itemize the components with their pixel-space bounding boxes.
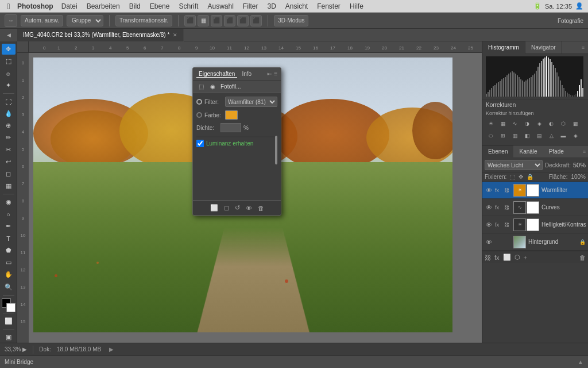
layer-warmfilter[interactable]: 👁 fx ⛓ ☀ Warmfilter [482, 182, 588, 199]
footer-layer-icon[interactable]: ◻ [224, 204, 229, 212]
magic-wand-tool[interactable]: ✦ [2, 80, 16, 91]
align-btn2[interactable]: ▦ [198, 15, 209, 26]
panel-resize-handle[interactable] [276, 68, 281, 72]
luminance-label[interactable]: Luminanz erhalten [206, 140, 253, 147]
layer-fx-btn[interactable]: fx [494, 254, 500, 261]
align-btn1[interactable]: ⬛ [184, 15, 196, 26]
mini-bridge[interactable]: Mini Bridge ▲ [0, 355, 588, 368]
tab-scroll-left[interactable]: ◀ [0, 29, 17, 41]
navigator-tab[interactable]: Navigator [525, 41, 562, 54]
layer-delete-btn[interactable]: 🗑 [579, 254, 586, 261]
corr-selective-color[interactable]: ◈ [570, 131, 581, 141]
lasso-tool[interactable]: ⌾ [2, 68, 16, 79]
corr-color-lookup[interactable]: ▥ [510, 131, 520, 141]
transform-button[interactable]: Transformationsstr. [115, 15, 172, 26]
layers-tab-ebenen[interactable]: Ebenen [482, 145, 513, 158]
corr-brightness[interactable]: ☀ [486, 118, 496, 129]
background-color[interactable] [6, 303, 16, 312]
menu-ebene[interactable]: Ebene [145, 0, 175, 13]
layer2-link-icon[interactable]: ⛓ [504, 205, 511, 210]
layer-brightness[interactable]: 👁 fx ⛓ ☀ Helligkeit/Kontrast 1 [482, 216, 588, 233]
brush-tool[interactable]: ✏ [2, 132, 16, 143]
crop-tool[interactable]: ⛶ [2, 96, 16, 107]
history-brush[interactable]: ↩ [2, 156, 16, 167]
layer-link-btn[interactable]: ⛓ [485, 254, 491, 261]
footer-reset-icon[interactable]: ↺ [235, 204, 240, 212]
pen-tool[interactable]: ✒ [2, 221, 16, 232]
lock-move-icon[interactable]: ✥ [519, 174, 523, 180]
layer2-fx-icon[interactable]: fx [495, 205, 502, 210]
menu-ansicht[interactable]: Ansicht [281, 0, 312, 13]
3d-button[interactable]: 3D-Modus [274, 15, 308, 26]
corr-bw[interactable]: ▩ [570, 118, 581, 129]
layer3-fx-icon[interactable]: fx [495, 222, 502, 228]
tab-close-btn[interactable]: ✕ [173, 32, 177, 38]
shape-tool[interactable]: ▭ [2, 257, 16, 268]
quick-mask-tool[interactable]: ⬜ [2, 316, 16, 327]
filter-select[interactable]: Warmfilter (81) [225, 97, 277, 107]
text-tool[interactable]: T [2, 233, 16, 244]
filter-radio[interactable] [196, 99, 202, 105]
corr-colorbalance[interactable]: ⬡ [558, 118, 568, 129]
gradient-tool[interactable]: ▦ [2, 181, 16, 191]
luminance-checkbox[interactable] [196, 140, 204, 147]
autom-button[interactable]: Autom. ausw. [21, 15, 63, 26]
layer1-link-icon[interactable]: ⛓ [504, 187, 511, 193]
mini-bridge-arrow[interactable]: ▲ [578, 359, 583, 365]
opacity-value[interactable]: 50% [573, 162, 586, 168]
blend-mode-select[interactable]: Weiches Licht [485, 160, 543, 170]
layer2-visibility-icon[interactable]: 👁 [485, 204, 493, 211]
corr-photo-filter[interactable]: ⬭ [486, 131, 496, 141]
zoom-arrows[interactable]: ▶ [22, 346, 27, 352]
blur-tool[interactable]: ◉ [2, 197, 16, 208]
menu-hilfe[interactable]: Hilfe [345, 0, 368, 13]
menu-fenster[interactable]: Fenster [312, 0, 345, 13]
corr-curves[interactable]: ∿ [510, 118, 520, 129]
density-input[interactable]: 100 [220, 123, 241, 132]
align-btn4[interactable]: ⬛ [224, 15, 235, 26]
sub-icon2[interactable]: ◉ [208, 82, 217, 91]
status-arrow[interactable]: ▶ [109, 346, 114, 352]
sub-icon1[interactable]: ⬚ [196, 82, 206, 91]
zoom-value[interactable]: 33,3% [5, 346, 21, 352]
path-tool[interactable]: ⬟ [2, 245, 16, 256]
lock-pixels-icon[interactable]: ⬚ [510, 174, 515, 180]
menu-3d[interactable]: 3D [262, 0, 280, 13]
footer-delete-icon[interactable]: 🗑 [258, 205, 264, 212]
layer1-fx-icon[interactable]: fx [495, 187, 502, 193]
menu-schrift[interactable]: Schrift [174, 0, 203, 13]
right-panel-content[interactable]: Korrekturen Korrektur hinzufügen ☀ ▦ ∿ ◑… [482, 99, 588, 343]
corr-levels[interactable]: ▦ [498, 118, 508, 129]
move-tool[interactable]: ✥ [2, 44, 16, 55]
zoom-tool[interactable]: 🔍 [2, 281, 16, 292]
layer-mask-btn[interactable]: ⬜ [503, 254, 511, 261]
tool-indicator[interactable]: ↔ [5, 14, 17, 27]
corr-posterize[interactable]: ▤ [534, 131, 544, 141]
layers-tab-pfade[interactable]: Pfade [543, 145, 570, 158]
layer1-visibility-icon[interactable]: 👁 [485, 187, 493, 194]
layer-new-btn[interactable]: + [524, 254, 527, 261]
corr-channel-mixer[interactable]: ⊞ [498, 131, 508, 141]
marquee-tool[interactable]: ⬚ [2, 56, 16, 67]
properties-tab[interactable]: Eigenschaften [196, 71, 237, 78]
eraser-tool[interactable]: ◻ [2, 168, 16, 179]
corr-threshold[interactable]: △ [546, 131, 556, 141]
corr-exposure[interactable]: ◑ [522, 118, 532, 129]
apple-logo[interactable]:  [0, 2, 17, 11]
color-swatch-area[interactable] [2, 298, 16, 309]
layers-tab-kanaele[interactable]: Kanäle [513, 145, 543, 158]
info-tab[interactable]: Info [239, 71, 254, 77]
layer-group-btn[interactable]: ⬡ [514, 254, 520, 261]
align-btn5[interactable]: ⬛ [237, 15, 249, 26]
align-btn3[interactable]: ⬛ [211, 15, 222, 26]
corr-vibrance[interactable]: ◈ [534, 118, 544, 129]
layer3-visibility-icon[interactable]: 👁 [485, 221, 493, 228]
photo-canvas[interactable]: Eigenschaften Info ⇤ ≡ ⬚ ◉ Fotofil... [29, 53, 482, 343]
align-btn6[interactable]: ⬛ [250, 15, 262, 26]
healing-tool[interactable]: ⊕ [2, 120, 16, 131]
corr-gradient-map[interactable]: ▬ [558, 131, 568, 141]
canvas-area[interactable]: // ruler marks 0 1 2 3 4 5 6 7 8 9 10 11… [17, 41, 482, 343]
clone-tool[interactable]: ✂ [2, 144, 16, 155]
group-select[interactable]: Gruppe [67, 15, 103, 26]
layer-hintergrund[interactable]: 👁 fx ⛓ Hintergrund 🔒 [482, 233, 588, 251]
